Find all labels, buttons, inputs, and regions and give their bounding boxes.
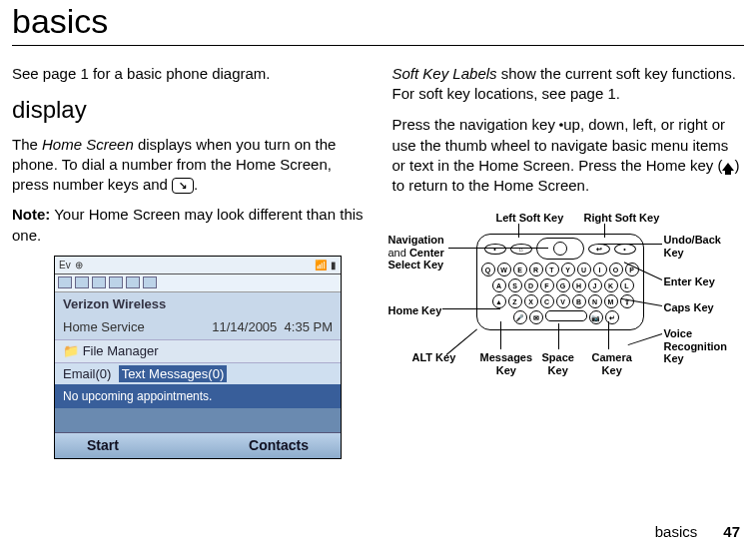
status-bar: Ev⊕ 📶 ▮	[55, 257, 341, 274]
display-heading: display	[12, 94, 365, 126]
right-soft-key: •	[614, 244, 636, 255]
signal-icon: 📶	[315, 259, 327, 273]
leader-line	[608, 321, 609, 349]
soft-left-label: Start	[87, 436, 119, 455]
key: U	[577, 263, 591, 276]
key: V	[556, 294, 570, 308]
left-soft-key: •	[484, 244, 506, 255]
footer-section-label: basics	[655, 523, 698, 540]
key: E	[513, 263, 527, 276]
key: X	[524, 294, 538, 308]
key: Y	[561, 263, 575, 276]
dpad	[536, 238, 584, 260]
keypad-top-row: • ⌂ ↩ •	[480, 238, 640, 260]
text: Press the navigation key	[392, 116, 560, 133]
key-row: 🎤✉📷↵	[480, 310, 640, 324]
battery-icon: ▮	[331, 259, 337, 273]
spacer	[55, 408, 341, 432]
leader-line	[442, 308, 500, 309]
softkey-labels-term: Soft Key Labels	[392, 65, 497, 82]
key: I	[593, 263, 607, 276]
key-row: ▲ZXCVBNM⇧	[480, 294, 640, 308]
status-ev-icon: Ev	[59, 259, 71, 273]
right-soft-key-label: Right Soft Key	[584, 212, 660, 224]
alt-key-label: ALT Key	[412, 351, 456, 363]
home-key-label: Home Key	[388, 304, 442, 316]
icon-row	[55, 274, 341, 292]
key: K	[604, 278, 618, 292]
key: O	[609, 263, 623, 276]
text: The	[12, 136, 42, 153]
voice-key: 🎤	[513, 310, 527, 324]
service-line: Home Service 11/14/2005 4:35 PM	[55, 315, 341, 339]
key: R	[529, 263, 543, 276]
space-key	[545, 310, 587, 321]
leader-line	[627, 333, 662, 345]
content-columns: See page 1 for a basic phone diagram. di…	[0, 46, 756, 459]
page-footer: basics 47	[655, 523, 740, 540]
messages-key-label: MessagesKey	[480, 351, 533, 375]
softkey-bar: Start Contacts	[55, 432, 341, 458]
key-row: QWERTYUIOP	[480, 263, 640, 276]
key: A	[492, 278, 506, 292]
right-column: Soft Key Labels show the current soft ke…	[392, 64, 745, 459]
leader-line	[445, 329, 476, 355]
navigation-key-label: Navigationand CenterSelect Key	[388, 234, 474, 270]
key: B	[572, 294, 586, 308]
camera-key: 📷	[589, 310, 603, 324]
caps-key: ⇧	[620, 294, 634, 308]
key: W	[497, 263, 511, 276]
mini-icon	[58, 276, 72, 288]
keypad-diagram: • ⌂ ↩ • QWERTYUIOP ASDFGHJKL ▲ZXCVBNM⇧ 🎤…	[388, 206, 728, 425]
home-screen-para: The Home Screen displays when you turn o…	[12, 135, 365, 196]
mini-icon	[92, 276, 106, 288]
no-appointments-row: No upcoming appointments.	[55, 384, 341, 408]
leader-line	[518, 224, 519, 238]
key-row: ASDFGHJKL	[480, 278, 640, 292]
leader-line	[448, 248, 548, 249]
text: Your Home Screen may look different than…	[12, 206, 364, 243]
home-screen-term: Home Screen	[42, 136, 134, 153]
key: T	[545, 263, 559, 276]
mini-icon	[109, 276, 123, 288]
enter-key-label: Enter Key	[664, 275, 715, 287]
phone-screenshot: Ev⊕ 📶 ▮ Verizon Wireless Home Service 11…	[54, 256, 342, 459]
left-column: See page 1 for a basic phone diagram. di…	[12, 64, 365, 459]
key: Z	[508, 294, 522, 308]
page-title: basics	[0, 0, 756, 45]
softkey-para: Soft Key Labels show the current soft ke…	[392, 64, 745, 105]
page-number: 47	[723, 523, 740, 540]
soft-right-label: Contacts	[249, 436, 309, 455]
mini-icon	[126, 276, 140, 288]
carrier-line: Verizon Wireless	[55, 292, 341, 316]
key: H	[572, 278, 586, 292]
home-key-icon	[722, 163, 734, 171]
key: C	[540, 294, 554, 308]
caps-key-label: Caps Key	[664, 301, 714, 313]
navigation-para: Press the navigation key ·◦· up, down, l…	[392, 115, 745, 197]
undo-back-key-label: Undo/BackKey	[664, 234, 721, 258]
text-messages-count: Text Messages(0)	[119, 365, 228, 382]
note-para: Note: Your Home Screen may look differen…	[12, 205, 365, 246]
mini-icon	[75, 276, 89, 288]
key: S	[508, 278, 522, 292]
email-count: Email(0)	[63, 366, 111, 381]
leader-line	[558, 323, 559, 349]
key: J	[588, 278, 602, 292]
leader-line	[500, 321, 501, 349]
key: M	[604, 294, 618, 308]
leader-line	[598, 244, 662, 245]
text: .	[194, 176, 198, 193]
messages-key: ✉	[529, 310, 543, 324]
intro-line: See page 1 for a basic phone diagram.	[12, 64, 365, 84]
messages-row: Email(0) Text Messages(0)	[55, 363, 341, 385]
left-soft-key-label: Left Soft Key	[496, 212, 564, 224]
status-icon: ⊕	[75, 259, 83, 273]
key: N	[588, 294, 602, 308]
key: Q	[481, 263, 495, 276]
voice-key-label: VoiceRecognitionKey	[664, 327, 728, 363]
camera-key-label: CameraKey	[592, 351, 632, 375]
key: D	[524, 278, 538, 292]
key: L	[620, 278, 634, 292]
note-label: Note:	[12, 206, 50, 223]
